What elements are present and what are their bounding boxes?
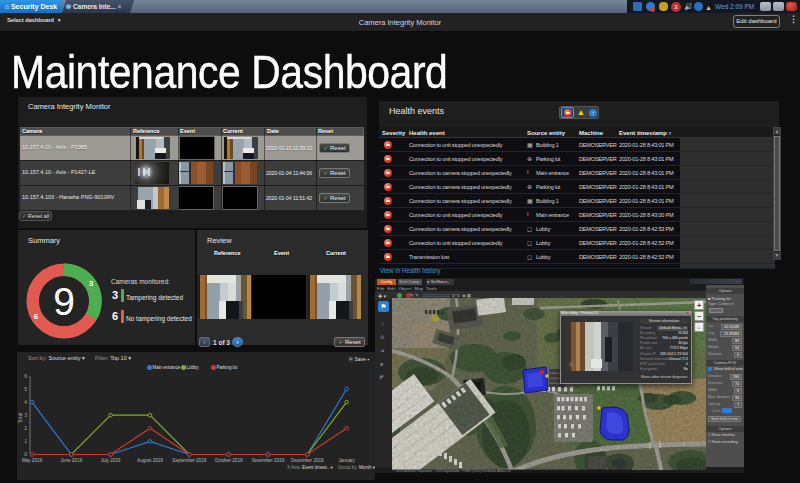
svg-text:1: 1: [24, 438, 27, 444]
svg-text:June 2019: June 2019: [61, 458, 83, 463]
svg-text:October 2019: October 2019: [215, 458, 243, 463]
svg-text:July 2019: July 2019: [101, 458, 121, 463]
svg-text:2: 2: [24, 425, 27, 431]
svg-text:August 2019: August 2019: [137, 458, 163, 463]
svg-text:0: 0: [24, 451, 27, 457]
svg-text:6: 6: [34, 312, 39, 321]
svg-text:September 2019: September 2019: [172, 458, 206, 463]
svg-text:3: 3: [24, 412, 27, 418]
svg-text:6: 6: [24, 373, 27, 379]
svg-text:December 2019: December 2019: [291, 458, 324, 463]
svg-text:Total: Total: [17, 413, 23, 424]
svg-text:3: 3: [89, 279, 94, 288]
svg-text:4: 4: [24, 399, 27, 405]
svg-text:May 2019: May 2019: [22, 458, 43, 463]
svg-text:9: 9: [53, 280, 75, 323]
svg-text:January: January: [338, 458, 355, 463]
svg-text:5: 5: [24, 386, 27, 392]
svg-text:November 2019: November 2019: [252, 458, 285, 463]
